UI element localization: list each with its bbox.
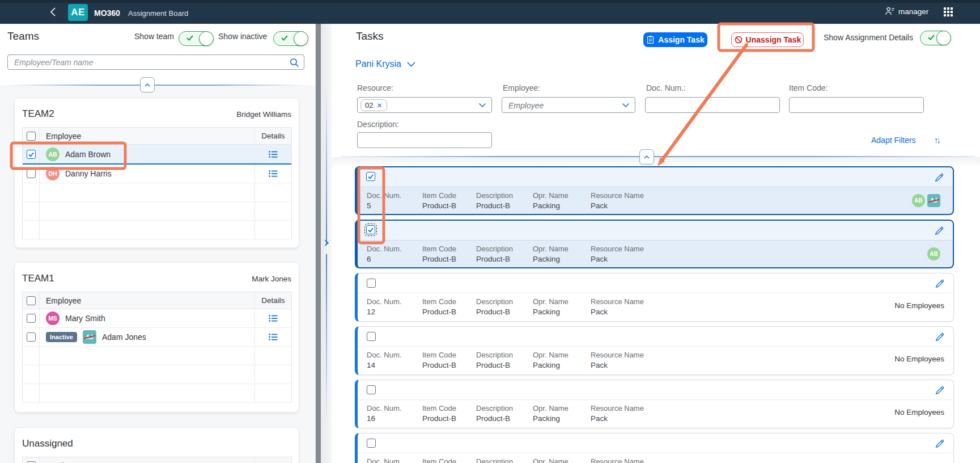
row-checkbox-cell[interactable]: [23, 309, 40, 327]
table-header-row: EmployeeDetails: [23, 292, 291, 309]
app-grid-icon[interactable]: [943, 7, 953, 17]
checkbox[interactable]: [367, 385, 376, 394]
checkbox[interactable]: [366, 225, 375, 234]
checkbox[interactable]: [366, 172, 375, 181]
details-cell[interactable]: [255, 145, 291, 163]
employee-row[interactable]: InactiveAJAdam Jones: [23, 328, 291, 347]
task-card-header-row: [358, 327, 953, 347]
show-assignment-details-toggle[interactable]: [920, 31, 951, 45]
search-icon[interactable]: [289, 57, 300, 68]
task-column-label: Item Code: [422, 297, 456, 306]
checkbox[interactable]: [27, 296, 36, 305]
back-icon[interactable]: [49, 7, 58, 17]
details-cell[interactable]: [255, 328, 291, 346]
row-checkbox-cell[interactable]: [23, 145, 40, 163]
task-column-label: Resource Name: [591, 404, 644, 413]
employee-row[interactable]: ABAdam Brown: [23, 145, 291, 165]
task-card[interactable]: Doc. Num.Item CodeDescriptionOpr. NameRe…: [355, 433, 954, 463]
details-list-icon[interactable]: [268, 169, 278, 179]
details-cell[interactable]: [255, 309, 291, 327]
empty-checkbox-cell: [23, 183, 40, 201]
edit-task-icon[interactable]: [934, 173, 944, 185]
unassign-task-button[interactable]: Unassign Task: [731, 32, 804, 47]
chevron-down-icon[interactable]: [478, 103, 486, 108]
edit-task-icon[interactable]: [935, 386, 944, 398]
checkbox[interactable]: [27, 332, 36, 342]
show-team-toggle[interactable]: [179, 31, 214, 46]
resource-token[interactable]: 02✕: [360, 99, 387, 111]
chevron-up-icon: [642, 153, 651, 162]
details-list-icon[interactable]: [268, 149, 278, 159]
task-card[interactable]: Doc. Num.6Item CodeProduct-BDescriptionP…: [355, 220, 954, 268]
search-input[interactable]: Employee/Team name: [7, 54, 304, 70]
splitter-expand-icon[interactable]: [323, 238, 330, 247]
resource-filter-input[interactable]: 02✕: [357, 97, 492, 113]
scrollbar-thumb[interactable]: [316, 24, 321, 463]
task-card[interactable]: Doc. Num.16Item CodeProduct-BDescription…: [355, 380, 954, 428]
team-card-header: Unassigned: [15, 428, 299, 457]
employee-name: Adam Brown: [65, 150, 111, 159]
teams-collapse-button[interactable]: [140, 77, 155, 92]
toggle-knob: [294, 31, 308, 46]
sort-icon[interactable]: ↑↓: [934, 135, 939, 145]
assign-task-button[interactable]: Assign Task: [643, 32, 707, 47]
checkbox[interactable]: [27, 169, 36, 178]
show-inactive-toggle[interactable]: [273, 31, 308, 46]
checkbox[interactable]: [27, 314, 36, 323]
checkbox[interactable]: [367, 332, 376, 341]
empty-row: [23, 183, 291, 202]
team-lead-name: Bridget Williams: [236, 110, 291, 119]
description-filter-input[interactable]: [357, 132, 492, 148]
edit-task-icon[interactable]: [935, 279, 944, 291]
avatar-ab: AB: [46, 148, 60, 161]
empty-employee-cell: [40, 221, 255, 239]
left-panel-scrollbar[interactable]: [315, 24, 321, 463]
task-card[interactable]: Doc. Num.5Item CodeProduct-BDescriptionP…: [355, 166, 954, 215]
avatar-ab: AB: [912, 194, 925, 207]
details-column-header: Details: [255, 128, 291, 144]
panel-splitter[interactable]: [321, 24, 332, 463]
employee-name: Mary Smith: [65, 314, 105, 323]
unassign-task-label: Unassign Task: [746, 35, 801, 44]
row-checkbox-cell[interactable]: [23, 165, 40, 183]
checkbox[interactable]: [367, 439, 376, 448]
empty-row: [23, 202, 291, 221]
team-card-team2: TEAM2Bridget WilliamsEmployeeDetailsABAd…: [14, 98, 299, 248]
empty-details-cell: [255, 202, 291, 220]
tasks-collapse-button[interactable]: [639, 149, 654, 165]
chevron-down-icon[interactable]: [622, 103, 630, 108]
task-card[interactable]: Doc. Num.12Item CodeProduct-BDescription…: [355, 273, 954, 322]
task-value: Product-B: [476, 361, 510, 369]
checkbox[interactable]: [27, 461, 36, 463]
edit-task-icon[interactable]: [935, 332, 944, 344]
user-menu[interactable]: manager: [885, 6, 928, 16]
task-column-label: Opr. Name: [533, 191, 569, 200]
row-checkbox-cell[interactable]: [23, 328, 40, 346]
empty-employee-cell: [40, 347, 255, 365]
user-name: manager: [898, 7, 928, 16]
adapt-filters-link[interactable]: Adapt Filters: [871, 136, 916, 145]
task-card[interactable]: Doc. Num.14Item CodeProduct-BDescription…: [355, 326, 954, 375]
checkbox[interactable]: [27, 132, 36, 141]
doc-num-filter-input[interactable]: [645, 97, 780, 113]
item-code-filter-input[interactable]: [789, 97, 924, 113]
details-cell[interactable]: [255, 165, 291, 183]
empty-details-cell: [255, 365, 291, 384]
details-list-icon[interactable]: [268, 313, 278, 323]
check-icon: [281, 34, 289, 42]
token-remove-icon[interactable]: ✕: [376, 102, 382, 110]
person-selector[interactable]: Pani Krysia: [355, 59, 416, 69]
task-value: 16: [367, 414, 375, 423]
employee-row[interactable]: MSMary Smith: [23, 309, 291, 328]
edit-task-icon[interactable]: [935, 439, 944, 451]
details-list-icon[interactable]: [268, 332, 278, 342]
search-placeholder: Employee/Team name: [14, 58, 94, 67]
checkbox[interactable]: [367, 279, 376, 288]
employee-filter-input[interactable]: Employee: [502, 97, 635, 113]
employee-name: Danny Harris: [65, 169, 112, 178]
edit-task-icon[interactable]: [934, 226, 944, 238]
no-employees-label: No Employees: [894, 355, 944, 363]
employee-row[interactable]: DHDanny Harris: [23, 165, 291, 183]
task-value: Product-B: [422, 255, 456, 263]
checkbox[interactable]: [27, 150, 36, 159]
